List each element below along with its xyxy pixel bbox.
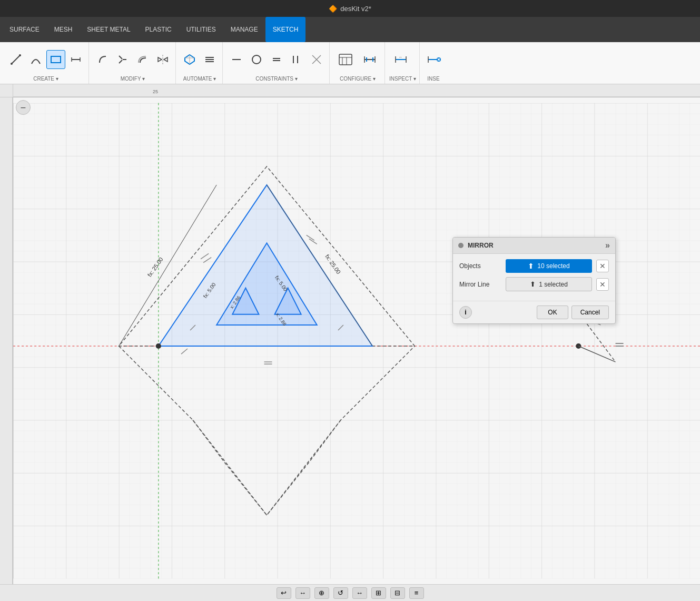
mirror-status-dot [458, 243, 464, 248]
modify-tools [93, 44, 172, 75]
configure-tools [334, 44, 381, 75]
svg-rect-25 [339, 54, 352, 65]
configure-label[interactable]: CONFIGURE ▾ [334, 75, 381, 82]
modify-label[interactable]: MODIFY ▾ [93, 75, 172, 82]
menu-sketch[interactable]: SKETCH [265, 17, 306, 42]
svg-line-7 [119, 56, 122, 59]
inspect-label[interactable]: INSPECT ▾ [389, 75, 416, 82]
tool-circle-constraint[interactable] [247, 50, 266, 69]
tool-dimension[interactable] [66, 50, 85, 69]
tool-fillet[interactable] [93, 50, 112, 69]
status-icon-2: ↔ [299, 589, 306, 597]
tool-configure2[interactable] [358, 50, 381, 69]
mirror-objects-row: Objects ⬆ 10 selected ✕ [459, 259, 609, 273]
svg-text:25: 25 [153, 89, 158, 94]
status-tool-5[interactable]: ↔ [352, 587, 367, 599]
mirror-objects-clear-button[interactable]: ✕ [596, 260, 609, 272]
status-icon-6: ⊞ [376, 589, 381, 597]
menu-manage[interactable]: MANAGE [223, 17, 265, 42]
mirror-ok-button[interactable]: OK [537, 306, 568, 319]
toolbar-group-create: CREATE ▾ [3, 42, 89, 84]
mirror-panel: MIRROR » Objects ⬆ 10 selected ✕ Mirror … [452, 237, 616, 324]
status-tool-4[interactable]: ↺ [333, 587, 348, 599]
tool-mirror[interactable] [153, 50, 172, 69]
status-tool-7[interactable]: ⊟ [390, 587, 405, 599]
app-title-text: desKit v2* [340, 5, 371, 13]
info-icon: i [465, 309, 466, 316]
menubar: SURFACE MESH SHEET METAL PLASTIC UTILITI… [0, 17, 700, 42]
toolbar-group-modify: MODIFY ▾ [90, 42, 176, 84]
menu-sheet-metal[interactable]: SHEET METAL [80, 17, 137, 42]
status-icon-7: ⊟ [395, 589, 400, 597]
toolbar-group-inse: INSE [421, 42, 446, 84]
cursor-icon: ⬆ [528, 262, 534, 270]
svg-line-8 [119, 60, 122, 63]
status-tool-6[interactable]: ⊞ [371, 587, 386, 599]
menu-utilities[interactable]: UTILITIES [179, 17, 223, 42]
mirror-line-count: 1 selected [539, 281, 568, 288]
mirror-line-cursor-icon: ⬆ [530, 280, 536, 288]
sketch-viewport[interactable]: fx: 25.00 fx: 25.00 fx: 5.00 fx: 5.00 x:… [13, 97, 700, 584]
tool-automate1[interactable] [180, 50, 199, 69]
tool-trim[interactable] [113, 50, 132, 69]
inse-tools [424, 44, 443, 75]
create-label[interactable]: CREATE ▾ [6, 75, 85, 82]
statusbar: ↩ ↔ ⊕ ↺ ↔ ⊞ ⊟ ≡ [0, 584, 700, 601]
tool-rectangle[interactable] [46, 50, 65, 69]
tool-equal[interactable] [267, 50, 286, 69]
mirror-action-buttons: OK Cancel [537, 306, 609, 319]
status-icon-3: ⊕ [319, 589, 324, 597]
mirror-expand-icon[interactable]: » [605, 241, 610, 250]
svg-rect-3 [51, 56, 61, 63]
status-tool-1[interactable]: ↩ [277, 587, 291, 599]
tool-configure1[interactable] [334, 50, 357, 69]
tool-coincident[interactable] [307, 50, 326, 69]
tool-arc[interactable] [26, 50, 45, 69]
automate-label[interactable]: AUTOMATE ▾ [180, 75, 219, 82]
tool-offset[interactable] [133, 50, 152, 69]
automate-tools [180, 44, 219, 75]
tool-inspect1[interactable]: ↔ [389, 50, 412, 69]
app-title: 🔶 desKit v2* [329, 5, 371, 13]
menu-plastic[interactable]: PLASTIC [138, 17, 179, 42]
status-tool-8[interactable]: ≡ [409, 587, 424, 599]
toolbar-group-configure: CONFIGURE ▾ [331, 42, 385, 84]
canvas-area[interactable]: 25 – [0, 84, 700, 584]
mirror-objects-count: 10 selected [537, 262, 569, 270]
mirror-info-button[interactable]: i [459, 306, 472, 319]
tool-line[interactable] [6, 50, 25, 69]
inse-label: INSE [424, 75, 443, 82]
constraints-label[interactable]: CONSTRAINTS ▾ [227, 75, 326, 82]
create-tools [6, 44, 85, 75]
mirror-line-clear-button[interactable]: ✕ [596, 278, 609, 291]
ruler-vertical [0, 97, 13, 584]
tool-parallel[interactable] [287, 50, 306, 69]
tool-automate2[interactable] [200, 50, 219, 69]
menu-mesh[interactable]: MESH [47, 17, 80, 42]
status-tool-2[interactable]: ↔ [295, 587, 310, 599]
tool-inse1[interactable] [424, 50, 443, 69]
svg-point-67 [156, 343, 161, 349]
mirror-objects-selected-button[interactable]: ⬆ 10 selected [506, 259, 592, 273]
mirror-line-clear-icon: ✕ [599, 280, 606, 289]
status-icon-8: ≡ [415, 589, 419, 597]
status-icon-5: ↔ [356, 589, 363, 597]
toolbar-group-automate: AUTOMATE ▾ [177, 42, 223, 84]
mirror-line-row: Mirror Line ⬆ 1 selected ✕ [459, 277, 609, 291]
zoom-minus-icon: – [21, 103, 26, 112]
app-icon: 🔶 [329, 5, 337, 13]
toolbar-group-constraints: CONSTRAINTS ▾ [224, 42, 330, 84]
zoom-minus-button[interactable]: – [16, 100, 31, 115]
ruler-horizontal: 25 [13, 84, 700, 97]
menu-surface[interactable]: SURFACE [2, 17, 47, 42]
mirror-title: MIRROR [468, 242, 494, 249]
toolbar: CREATE ▾ [0, 42, 700, 84]
mirror-objects-label: Objects [459, 262, 501, 270]
mirror-panel-footer: i OK Cancel [453, 301, 615, 323]
status-icon-4: ↺ [338, 589, 343, 597]
status-tool-3[interactable]: ⊕ [314, 587, 329, 599]
mirror-cancel-button[interactable]: Cancel [571, 306, 609, 319]
mirror-line-selected-display: ⬆ 1 selected [506, 277, 592, 291]
mirror-panel-header: MIRROR » [453, 238, 615, 254]
tool-horizontal[interactable] [227, 50, 246, 69]
